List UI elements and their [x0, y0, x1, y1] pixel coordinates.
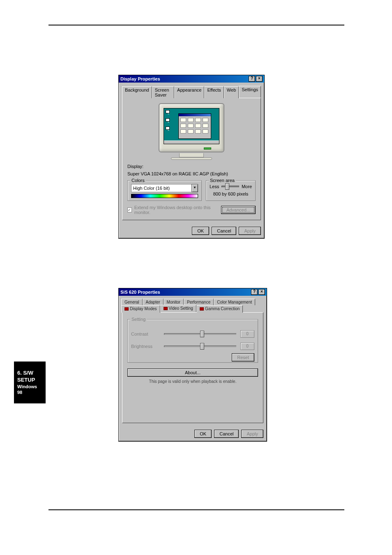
contrast-label: Contrast — [131, 332, 160, 336]
tab-adapter[interactable]: Adapter — [143, 299, 164, 305]
about-button[interactable]: About... — [127, 368, 258, 377]
playback-note: This page is valid only when playback is… — [127, 379, 258, 384]
page-content: Display Properties ? × Background Screen… — [48, 25, 344, 442]
contrast-row: Contrast 0 — [131, 330, 254, 338]
ok-button[interactable]: OK — [194, 430, 212, 438]
tab-effects[interactable]: Effects — [204, 86, 224, 98]
screenarea-group: Screen area Less More 800 by 600 pixels — [206, 180, 256, 201]
brightness-value: 0 — [240, 343, 254, 350]
display-properties-dialog: Display Properties ? × Background Screen… — [118, 75, 265, 239]
dlg1-title: Display Properties — [120, 76, 160, 81]
dlg2-tabs-row1: General Adapter Monitor Performance Colo… — [119, 296, 267, 305]
tab-colormgmt[interactable]: Color Management — [214, 299, 255, 305]
more-label: More — [242, 184, 252, 189]
contrast-value: 0 — [240, 330, 254, 338]
extend-row: ✔ Extend my Windows desktop onto this mo… — [127, 205, 256, 215]
setting-group: Setting Contrast 0 Brightness 0 Reset — [127, 319, 258, 363]
apply-button: Apply — [241, 430, 263, 438]
sis-icon — [164, 307, 168, 310]
extend-checkbox: ✔ — [127, 207, 132, 212]
close-icon[interactable]: × — [256, 76, 263, 82]
setting-title: Setting — [130, 317, 147, 322]
tab-performance[interactable]: Performance — [184, 299, 214, 305]
brightness-slider — [164, 345, 236, 347]
help-icon[interactable]: ? — [249, 76, 255, 82]
resolution-slider[interactable] — [221, 186, 239, 187]
color-spectrum — [131, 194, 198, 198]
dlg1-body: ▬ ▬ ▬ Display: Super VGA 1024x768 on RAG… — [122, 98, 261, 220]
tab-general[interactable]: General — [121, 299, 143, 305]
display-value: Super VGA 1024x768 on RAGE IIC AGP (Engl… — [127, 171, 256, 176]
sis-icon — [125, 307, 129, 311]
tab-monitor[interactable]: Monitor — [164, 299, 184, 305]
advanced-button[interactable]: Advanced... — [221, 206, 256, 214]
tab-background[interactable]: Background — [122, 86, 152, 98]
help-icon[interactable]: ? — [251, 289, 258, 295]
dlg2-titlebar[interactable]: SiS 620 Properties ? × — [119, 288, 267, 296]
close-icon[interactable]: × — [258, 289, 265, 295]
monitor-preview: ▬ ▬ ▬ — [127, 103, 256, 160]
dlg1-tabs: Background Screen Saver Appearance Effec… — [119, 83, 264, 98]
brightness-label: Brightness — [131, 344, 160, 349]
colors-group: Colors ▼ — [127, 180, 202, 201]
dlg2-buttons: OK Cancel Apply — [119, 426, 267, 441]
colors-title: Colors — [130, 178, 146, 183]
cancel-button[interactable]: Cancel — [212, 227, 236, 235]
display-label: Display: — [127, 164, 256, 169]
tab-web[interactable]: Web — [224, 86, 239, 98]
less-label: Less — [210, 184, 219, 189]
colors-combo[interactable]: ▼ — [131, 184, 198, 192]
dlg2-body: Setting Contrast 0 Brightness 0 Reset Ab… — [122, 312, 263, 423]
dlg2-tabs-row2: Display Modes Video Setting Gamma Correc… — [119, 305, 267, 312]
sis620-properties-dialog: SiS 620 Properties ? × General Adapter M… — [118, 288, 267, 442]
footer-rule — [48, 509, 344, 510]
tab-settings[interactable]: Settings — [239, 86, 261, 98]
sis-icon — [200, 307, 204, 311]
brightness-row: Brightness 0 — [131, 343, 254, 350]
dlg1-titlebar[interactable]: Display Properties ? × — [119, 75, 264, 83]
resolution-value: 800 by 600 pixels — [210, 191, 252, 196]
contrast-slider — [164, 333, 236, 335]
tab-videosetting[interactable]: Video Setting — [160, 305, 196, 312]
dlg2-title: SiS 620 Properties — [120, 290, 160, 295]
side-section-label: 6. S/W SETUP Windows 98 — [14, 362, 46, 403]
screenarea-title: Screen area — [209, 178, 236, 183]
reset-button: Reset — [232, 353, 254, 362]
header-rule — [48, 25, 344, 25]
tab-screensaver[interactable]: Screen Saver — [152, 86, 174, 98]
colors-value[interactable] — [131, 184, 191, 192]
ok-button[interactable]: OK — [192, 227, 209, 235]
cancel-button[interactable]: Cancel — [214, 430, 239, 438]
apply-button: Apply — [239, 227, 261, 235]
tab-appearance[interactable]: Appearance — [174, 86, 204, 98]
tab-displaymodes[interactable]: Display Modes — [121, 305, 160, 313]
extend-label: Extend my Windows desktop onto this moni… — [134, 205, 216, 215]
chevron-down-icon[interactable]: ▼ — [191, 184, 198, 192]
tab-gamma[interactable]: Gamma Correction — [196, 305, 243, 313]
dlg1-buttons: OK Cancel Apply — [119, 223, 264, 238]
